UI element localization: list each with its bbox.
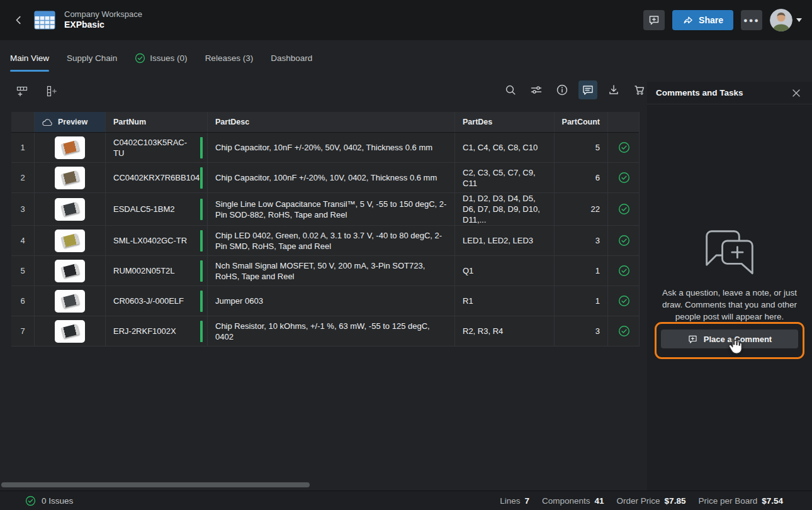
table-row[interactable]: 5 RUM002N05T2L Nch Small Signal MOSFET, …	[11, 256, 639, 286]
lifecycle-indicator	[200, 230, 203, 252]
tab-supply-chain[interactable]: Supply Chain	[67, 40, 117, 75]
part-number-cell[interactable]: SML-LX0402GC-TR	[106, 226, 208, 255]
main-content: Preview PartNum PartDesc PartDes PartCou…	[0, 75, 642, 491]
part-preview-cell[interactable]	[35, 193, 106, 225]
search-button[interactable]	[501, 80, 520, 99]
part-thumbnail	[55, 260, 85, 282]
part-preview-cell[interactable]	[35, 163, 106, 192]
part-count-cell[interactable]: 1	[555, 256, 608, 285]
part-number-cell[interactable]: CC0402KRX7R6BB104	[106, 163, 208, 192]
project-name: EXPbasic	[64, 19, 142, 31]
part-description-cell[interactable]: Chip Capacitor, 100nF +/-20%, 10V, 0402,…	[208, 163, 455, 192]
partnum-column-header[interactable]: PartNum	[106, 112, 208, 132]
cart-button[interactable]	[630, 80, 649, 99]
part-thumbnail	[55, 198, 85, 221]
part-designators-cell[interactable]: R2, R3, R4	[455, 316, 555, 346]
part-designators-cell[interactable]: C2, C3, C5, C7, C9, C11	[455, 163, 555, 192]
part-designators-cell[interactable]: Q1	[455, 256, 555, 285]
part-status-cell	[608, 226, 640, 255]
table-row[interactable]: 7 ERJ-2RKF1002X Chip Resistor, 10 kOhms,…	[11, 316, 639, 346]
part-preview-cell[interactable]	[35, 316, 106, 346]
issues-label: 0 Issues	[42, 496, 73, 506]
part-preview-cell[interactable]	[35, 226, 106, 255]
table-row[interactable]: 2 CC0402KRX7R6BB104 Chip Capacitor, 100n…	[11, 163, 639, 193]
table-row[interactable]: 1 C0402C103K5RAC-TU Chip Capacitor, 10nF…	[11, 133, 639, 163]
status-column-header	[608, 112, 640, 132]
part-thumbnail	[55, 290, 85, 313]
close-panel-button[interactable]	[789, 86, 803, 100]
partdes-column-header[interactable]: PartDes	[455, 112, 555, 132]
part-description-cell[interactable]: Chip Resistor, 10 kOhms, +/-1 %, 63 mW, …	[208, 316, 455, 346]
tab-dashboard[interactable]: Dashboard	[271, 40, 312, 75]
part-description-cell[interactable]: Chip Capacitor, 10nF +/-20%, 50V, 0402, …	[208, 133, 455, 162]
part-status-cell	[608, 193, 640, 225]
avatar	[770, 9, 792, 31]
part-description-cell[interactable]: Nch Small Signal MOSFET, 50 V, 200 mA, 3…	[208, 256, 455, 285]
share-button[interactable]: Share	[672, 10, 733, 30]
part-description-cell[interactable]: Single Line Low Capacitance Transil™, 5 …	[208, 193, 455, 225]
stat-price-per-board: Price per Board $7.54	[698, 496, 783, 506]
part-preview-cell[interactable]	[35, 256, 106, 285]
part-count-cell[interactable]: 6	[555, 163, 608, 192]
part-preview-cell[interactable]	[35, 286, 106, 316]
lifecycle-indicator	[200, 137, 203, 158]
part-number: C0402C103K5RAC-TU	[113, 137, 195, 158]
place-comment-button[interactable]: Place a Comment	[661, 330, 798, 348]
part-number: CC0402KRX7R6BB104	[113, 172, 200, 183]
comments-helper-text: Ask a question, leave a note, or just dr…	[656, 287, 803, 323]
filter-button[interactable]	[527, 80, 546, 99]
comments-button[interactable]	[578, 80, 597, 99]
info-button[interactable]	[553, 80, 572, 99]
add-column-button[interactable]	[42, 82, 60, 101]
horizontal-scrollbar-thumb[interactable]	[1, 482, 310, 487]
part-preview-cell[interactable]	[35, 133, 106, 162]
issues-status[interactable]: 0 Issues	[25, 496, 73, 506]
add-comment-button[interactable]	[643, 10, 665, 30]
back-button[interactable]	[10, 11, 28, 29]
add-row-button[interactable]	[13, 82, 31, 101]
check-circle-icon	[25, 496, 36, 506]
part-count-cell[interactable]: 5	[555, 133, 608, 162]
row-number: 5	[11, 256, 35, 285]
part-count-cell[interactable]: 3	[555, 316, 608, 346]
part-description-cell[interactable]: Jumper 0603	[208, 286, 455, 316]
more-options-button[interactable]: ●●●	[741, 10, 762, 30]
bom-table: Preview PartNum PartDesc PartDes PartCou…	[11, 112, 640, 346]
share-icon	[682, 14, 694, 26]
ellipsis-icon: ●●●	[743, 16, 760, 24]
part-number-cell[interactable]: RUM002N05T2L	[106, 256, 208, 285]
part-number-cell[interactable]: ESDALC5-1BM2	[106, 193, 208, 225]
part-number-cell[interactable]: ERJ-2RKF1002X	[106, 316, 208, 346]
part-designators-cell[interactable]: C1, C4, C6, C8, C10	[455, 133, 555, 162]
part-designators-cell[interactable]: D1, D2, D3, D4, D5, D6, D7, D8, D9, D10,…	[455, 193, 555, 225]
part-designators-cell[interactable]: R1	[455, 286, 555, 316]
table-header: Preview PartNum PartDesc PartDes PartCou…	[11, 112, 639, 133]
check-circle-icon	[618, 295, 630, 307]
row-number: 6	[11, 286, 35, 316]
tab-main-view[interactable]: Main View	[10, 40, 49, 75]
preview-column-header[interactable]: Preview	[35, 112, 106, 132]
tab-releases[interactable]: Releases (3)	[205, 40, 254, 75]
part-count-cell[interactable]: 3	[555, 226, 608, 255]
part-number-cell[interactable]: C0402C103K5RAC-TU	[106, 133, 208, 162]
check-circle-icon	[135, 53, 145, 64]
table-row[interactable]: 3 ESDALC5-1BM2 Single Line Low Capacitan…	[11, 193, 639, 226]
comment-plus-icon	[687, 334, 698, 345]
table-row[interactable]: 6 CR0603-J/-000ELF Jumper 0603 R1 1	[11, 286, 639, 316]
tab-issues[interactable]: Issues (0)	[135, 40, 187, 75]
close-icon	[792, 89, 801, 97]
table-row[interactable]: 4 SML-LX0402GC-TR Chip LED 0402, Green, …	[11, 226, 639, 256]
part-designators-cell[interactable]: LED1, LED2, LED3	[455, 226, 555, 255]
horizontal-scrollbar[interactable]	[1, 482, 627, 488]
part-count-cell[interactable]: 1	[555, 286, 608, 316]
row-number: 1	[11, 133, 35, 162]
lifecycle-indicator	[200, 199, 203, 220]
part-number-cell[interactable]: CR0603-J/-000ELF	[106, 286, 208, 316]
partcount-column-header[interactable]: PartCount	[555, 112, 608, 132]
part-count-cell[interactable]: 22	[555, 193, 608, 225]
partdesc-column-header[interactable]: PartDesc	[208, 112, 455, 132]
user-menu[interactable]	[770, 9, 802, 31]
download-button[interactable]	[604, 80, 623, 99]
bom-stats: Lines 7 Components 41 Order Price $7.85 …	[500, 496, 783, 506]
part-description-cell[interactable]: Chip LED 0402, Green, 0.02 A, 3.1 to 3.7…	[208, 226, 455, 255]
